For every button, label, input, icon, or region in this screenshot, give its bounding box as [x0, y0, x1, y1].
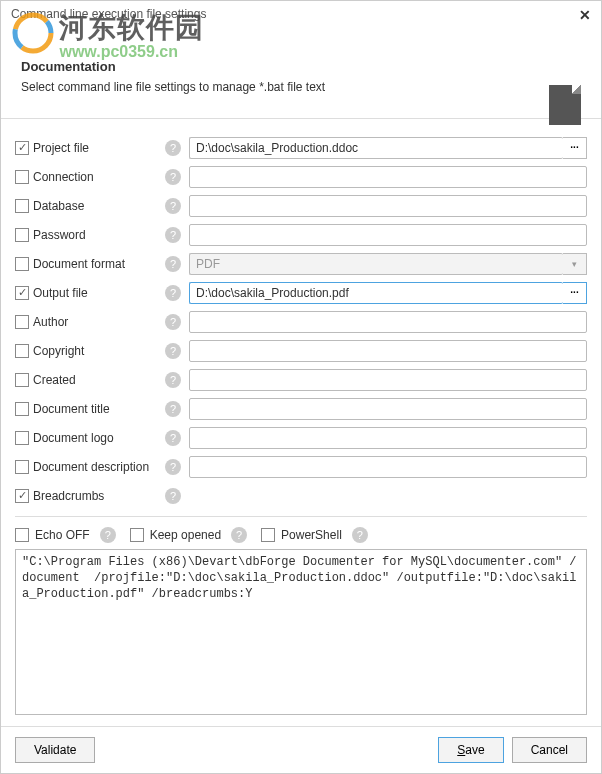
output-file-help-icon[interactable] — [165, 285, 181, 301]
header-title: Documentation — [21, 59, 581, 74]
document-description-checkbox[interactable] — [15, 460, 29, 474]
powershell-checkbox[interactable] — [261, 528, 275, 542]
output-file-browse-button[interactable]: ··· — [563, 282, 587, 304]
author-label: Author — [33, 315, 165, 329]
created-checkbox[interactable] — [15, 373, 29, 387]
powershell-label: PowerShell — [281, 528, 342, 542]
author-input[interactable] — [189, 311, 587, 333]
password-label: Password — [33, 228, 165, 242]
project-file-browse-button[interactable]: ··· — [563, 137, 587, 159]
connection-input[interactable] — [189, 166, 587, 188]
window-title: Command line execution file settings — [11, 7, 206, 21]
copyright-input[interactable] — [189, 340, 587, 362]
document-description-label: Document description — [33, 460, 165, 474]
breadcrumbs-help-icon[interactable] — [165, 488, 181, 504]
project-file-checkbox[interactable] — [15, 141, 29, 155]
document-title-input[interactable] — [189, 398, 587, 420]
document-format-help-icon[interactable] — [165, 256, 181, 272]
header-section: Documentation Select command line file s… — [1, 29, 601, 119]
save-button[interactable]: Save — [438, 737, 503, 763]
document-icon — [549, 85, 581, 125]
created-input[interactable] — [189, 369, 587, 391]
project-file-label: Project file — [33, 141, 165, 155]
database-input[interactable] — [189, 195, 587, 217]
keep-opened-checkbox[interactable] — [130, 528, 144, 542]
breadcrumbs-label: Breadcrumbs — [33, 489, 165, 503]
created-help-icon[interactable] — [165, 372, 181, 388]
password-input[interactable] — [189, 224, 587, 246]
created-label: Created — [33, 373, 165, 387]
header-subtitle: Select command line file settings to man… — [21, 80, 581, 94]
document-format-select[interactable] — [189, 253, 563, 275]
document-format-checkbox[interactable] — [15, 257, 29, 271]
project-file-input[interactable] — [189, 137, 563, 159]
database-checkbox[interactable] — [15, 199, 29, 213]
output-file-label: Output file — [33, 286, 165, 300]
separator — [15, 516, 587, 517]
output-file-checkbox[interactable] — [15, 286, 29, 300]
password-checkbox[interactable] — [15, 228, 29, 242]
document-title-checkbox[interactable] — [15, 402, 29, 416]
database-help-icon[interactable] — [165, 198, 181, 214]
project-file-help-icon[interactable] — [165, 140, 181, 156]
titlebar: Command line execution file settings ✕ — [1, 1, 601, 29]
document-format-dropdown-icon[interactable] — [563, 253, 587, 275]
password-help-icon[interactable] — [165, 227, 181, 243]
breadcrumbs-checkbox[interactable] — [15, 489, 29, 503]
document-logo-input[interactable] — [189, 427, 587, 449]
copyright-label: Copyright — [33, 344, 165, 358]
connection-help-icon[interactable] — [165, 169, 181, 185]
copyright-checkbox[interactable] — [15, 344, 29, 358]
powershell-help-icon[interactable] — [352, 527, 368, 543]
output-file-input[interactable] — [189, 282, 563, 304]
echo-off-checkbox[interactable] — [15, 528, 29, 542]
echo-off-label: Echo OFF — [35, 528, 90, 542]
document-logo-help-icon[interactable] — [165, 430, 181, 446]
connection-label: Connection — [33, 170, 165, 184]
document-description-input[interactable] — [189, 456, 587, 478]
database-label: Database — [33, 199, 165, 213]
copyright-help-icon[interactable] — [165, 343, 181, 359]
document-title-help-icon[interactable] — [165, 401, 181, 417]
validate-button[interactable]: Validate — [15, 737, 95, 763]
cancel-button[interactable]: Cancel — [512, 737, 587, 763]
form-area: Project file ··· Connection Database Pas… — [1, 133, 601, 719]
echo-off-help-icon[interactable] — [100, 527, 116, 543]
document-logo-checkbox[interactable] — [15, 431, 29, 445]
close-icon[interactable]: ✕ — [579, 7, 591, 23]
document-logo-label: Document logo — [33, 431, 165, 445]
author-help-icon[interactable] — [165, 314, 181, 330]
command-textarea[interactable] — [15, 549, 587, 715]
document-description-help-icon[interactable] — [165, 459, 181, 475]
keep-opened-label: Keep opened — [150, 528, 221, 542]
keep-opened-help-icon[interactable] — [231, 527, 247, 543]
document-title-label: Document title — [33, 402, 165, 416]
document-format-label: Document format — [33, 257, 165, 271]
footer: Validate Save Cancel — [1, 726, 601, 773]
author-checkbox[interactable] — [15, 315, 29, 329]
connection-checkbox[interactable] — [15, 170, 29, 184]
